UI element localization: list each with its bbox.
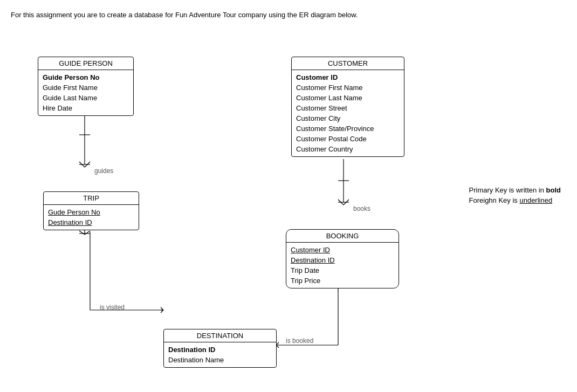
field-customer-postal: Customer Postal Code: [296, 134, 400, 144]
legend-fk: Foreighn Key is underlined: [469, 196, 561, 204]
field-trip-guide-person-no: Gude Person No: [48, 207, 134, 217]
field-customer-first-name: Customer First Name: [296, 82, 400, 93]
field-customer-city: Customer City: [296, 113, 400, 123]
field-customer-state: Customer State/Province: [296, 123, 400, 134]
rel-books-label: books: [353, 205, 370, 212]
field-customer-country: Customer Country: [296, 144, 400, 154]
field-customer-id: Customer ID: [296, 72, 400, 82]
svg-line-12: [338, 200, 344, 205]
destination-entity: DESTINATION Destination ID Destination N…: [163, 329, 277, 368]
guide-person-title: GUIDE PERSON: [38, 57, 133, 70]
er-diagram: GUIDE PERSON Guide Person No Guide First…: [11, 35, 561, 391]
booking-fields: Customer ID Destination ID Trip Date Tri…: [286, 243, 399, 288]
field-guide-first-name: Guide First Name: [43, 82, 129, 93]
field-trip-destination-id: Destination ID: [48, 217, 134, 228]
legend-pk: Primary Key is written in bold: [469, 186, 561, 194]
svg-line-21: [79, 231, 85, 235]
trip-entity: TRIP Gude Person No Destination ID: [43, 191, 139, 230]
field-guide-last-name: Guide Last Name: [43, 93, 129, 103]
svg-line-2: [79, 162, 85, 167]
field-booking-trip-price: Trip Price: [291, 276, 394, 286]
guide-person-fields: Guide Person No Guide First Name Guide L…: [38, 70, 133, 115]
legend-fk-text: Foreighn Key is: [469, 196, 520, 204]
legend-fk-style: underlined: [519, 196, 552, 204]
guide-person-entity: GUIDE PERSON Guide Person No Guide First…: [38, 57, 134, 116]
rel-is-visited-label: is visited: [100, 304, 125, 311]
legend-pk-style: bold: [546, 186, 561, 194]
field-destination-name: Destination Name: [168, 355, 272, 365]
field-hire-date: Hire Date: [43, 103, 129, 113]
svg-line-3: [85, 162, 90, 167]
field-customer-street: Customer Street: [296, 103, 400, 113]
destination-fields: Destination ID Destination Name: [164, 342, 276, 367]
field-guide-person-no: Guide Person No: [43, 72, 129, 82]
legend-pk-text: Primary Key is written in: [469, 186, 546, 194]
svg-line-8: [161, 310, 163, 313]
rel-is-booked-label: is booked: [286, 337, 313, 345]
field-booking-destination-id: Destination ID: [291, 255, 394, 265]
field-destination-id: Destination ID: [168, 345, 272, 355]
trip-title: TRIP: [44, 192, 139, 205]
customer-entity: CUSTOMER Customer ID Customer First Name…: [291, 57, 404, 157]
svg-line-22: [85, 231, 90, 235]
destination-title: DESTINATION: [164, 329, 276, 342]
intro-text: For this assignment you are to create a …: [11, 11, 566, 19]
booking-entity: BOOKING Customer ID Destination ID Trip …: [286, 229, 399, 288]
field-booking-trip-date: Trip Date: [291, 265, 394, 276]
svg-line-13: [344, 200, 349, 205]
customer-fields: Customer ID Customer First Name Customer…: [292, 70, 404, 156]
svg-line-7: [161, 307, 163, 310]
rel-guides-label: guides: [94, 167, 113, 175]
legend: Primary Key is written in bold Foreighn …: [469, 186, 561, 207]
field-customer-last-name: Customer Last Name: [296, 93, 400, 103]
customer-title: CUSTOMER: [292, 57, 404, 70]
trip-fields: Gude Person No Destination ID: [44, 205, 139, 230]
booking-title: BOOKING: [286, 230, 399, 243]
field-booking-customer-id: Customer ID: [291, 245, 394, 255]
